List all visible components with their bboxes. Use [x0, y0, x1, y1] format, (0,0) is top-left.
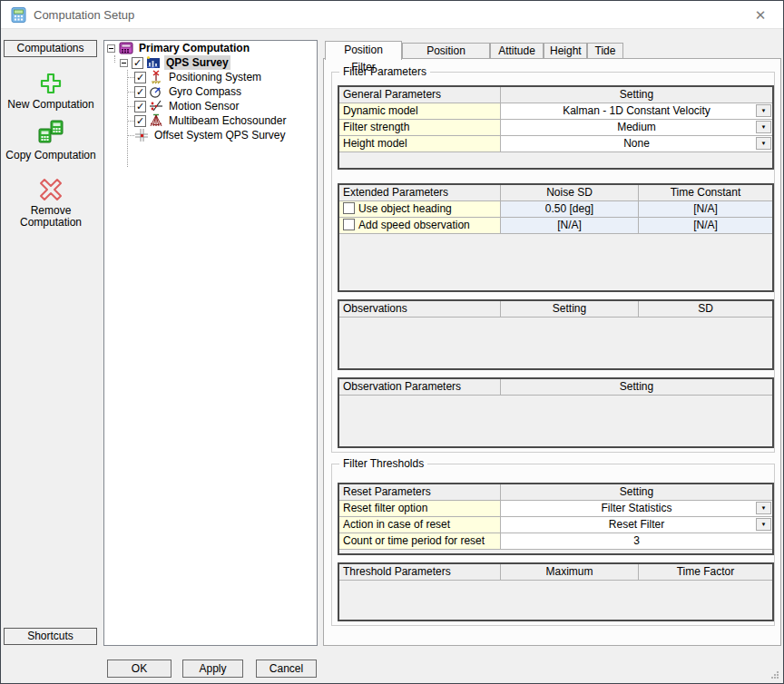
- observation-parameters-table: Observation Parameters Setting: [338, 377, 774, 448]
- tab-attitude[interactable]: Attitude: [490, 43, 544, 59]
- dynamic-model-dropdown[interactable]: Kalman - 1D Constant Velocity ▼: [501, 103, 772, 120]
- dropdown-value: Kalman - 1D Constant Velocity: [563, 104, 710, 117]
- tree-item-motion-sensor[interactable]: ✓ Motion Sensor: [134, 99, 240, 113]
- column-header: Setting: [501, 87, 772, 103]
- table-filler: [339, 396, 772, 446]
- reset-filter-option-dropdown[interactable]: Filter Statistics ▼: [501, 501, 772, 517]
- close-icon[interactable]: ✕: [745, 5, 776, 26]
- chevron-down-icon[interactable]: ▼: [756, 518, 771, 531]
- vessel-survey-icon: [146, 55, 161, 70]
- add-speed-observation-cell: Add speed observation: [339, 218, 501, 234]
- chevron-down-icon[interactable]: ▼: [756, 104, 771, 117]
- new-computation-plus-icon: [37, 72, 64, 97]
- qps-survey-checkbox[interactable]: ✓: [132, 57, 143, 69]
- copy-computation-button[interactable]: Copy Computation: [1, 119, 101, 161]
- tree-item-multibeam-echosounder[interactable]: ✓ Multibeam Echosounder: [134, 113, 288, 128]
- multibeam-echosounder-icon: [149, 113, 163, 128]
- tree-label-positioning-system: Positioning System: [167, 70, 263, 84]
- reset-parameters-table: Reset Parameters Setting Reset filter op…: [338, 483, 774, 555]
- table-filler: [339, 550, 772, 553]
- param-label: Reset filter option: [339, 501, 501, 517]
- param-label: Action in case of reset: [339, 517, 501, 533]
- apply-button[interactable]: Apply: [182, 660, 243, 678]
- copy-computation-label: Copy Computation: [1, 150, 101, 161]
- tree-label-primary-computation: Primary Computation: [137, 41, 251, 55]
- table-row: Dynamic model Kalman - 1D Constant Veloc…: [339, 103, 772, 120]
- table-row: Filter strength Medium ▼: [339, 120, 772, 136]
- tree-connector: [127, 70, 128, 167]
- column-header: Setting: [501, 379, 772, 396]
- dropdown-value: Filter Statistics: [601, 502, 671, 514]
- table-row: Add speed observation [N/A] [N/A]: [339, 218, 772, 234]
- tab-position-results[interactable]: Position Results: [402, 43, 490, 59]
- new-computation-label: New Computation: [1, 99, 101, 111]
- computations-panel-button[interactable]: Computations: [4, 40, 97, 57]
- tree-item-offset-system[interactable]: Offset System QPS Survey: [134, 128, 288, 142]
- table-row: Use object heading 0.50 [deg] [N/A]: [339, 201, 772, 218]
- remove-computation-cross-icon: [37, 176, 64, 203]
- tree-label-multibeam-echosounder: Multibeam Echosounder: [167, 113, 288, 128]
- tree-item-primary-computation[interactable]: Primary Computation: [107, 41, 251, 55]
- positioning-system-checkbox[interactable]: ✓: [134, 72, 146, 83]
- table-row: Count or time period for reset 3: [339, 533, 772, 550]
- cancel-button[interactable]: Cancel: [256, 660, 317, 678]
- remove-computation-button[interactable]: Remove Computation: [1, 176, 101, 229]
- threshold-parameters-table: Threshold Parameters Maximum Time Factor: [338, 562, 774, 621]
- table-row: Height model None ▼: [339, 136, 772, 152]
- resize-grip[interactable]: [771, 671, 779, 679]
- computation-tree: Primary Computation ✓ QPS Survey ✓: [103, 40, 318, 646]
- tree-label-qps-survey: QPS Survey: [164, 55, 230, 70]
- shortcuts-panel-button[interactable]: Shortcuts: [4, 628, 97, 645]
- add-speed-observation-checkbox[interactable]: [343, 219, 355, 230]
- filter-strength-dropdown[interactable]: Medium ▼: [501, 120, 772, 136]
- calculator-app-icon: [11, 7, 26, 23]
- chevron-down-icon[interactable]: ▼: [756, 121, 771, 133]
- param-label: Add speed observation: [358, 219, 470, 231]
- computation-calculator-icon: [119, 41, 133, 55]
- collapse-expander-icon[interactable]: [107, 44, 115, 53]
- multibeam-echosounder-checkbox[interactable]: ✓: [134, 115, 146, 127]
- motion-sensor-icon: [149, 99, 163, 113]
- tab-height[interactable]: Height: [544, 43, 587, 59]
- table-header-row: General Parameters Setting: [339, 87, 772, 103]
- column-header: Observation Parameters: [339, 379, 501, 396]
- tree-item-positioning-system[interactable]: ✓ Positioning System: [134, 70, 263, 84]
- chevron-down-icon[interactable]: ▼: [756, 137, 771, 150]
- table-header-row: Extended Parameters Noise SD Time Consta…: [339, 185, 772, 201]
- tree-label-offset-system: Offset System QPS Survey: [152, 128, 288, 142]
- action-in-case-of-reset-dropdown[interactable]: Reset Filter ▼: [501, 517, 772, 533]
- motion-sensor-checkbox[interactable]: ✓: [134, 101, 146, 112]
- column-header: Noise SD: [501, 185, 639, 201]
- new-computation-button[interactable]: New Computation: [1, 72, 101, 111]
- tree-item-gyro-compass[interactable]: ✓ Gyro Compass: [134, 84, 243, 99]
- gyro-compass-checkbox[interactable]: ✓: [134, 86, 146, 98]
- time-constant-value: [N/A]: [639, 218, 772, 234]
- tab-tide[interactable]: Tide: [587, 43, 623, 59]
- remove-computation-label-line2: Computation: [1, 217, 101, 229]
- column-header: Time Factor: [639, 564, 772, 581]
- tab-position-filter[interactable]: Position Filter: [325, 41, 402, 60]
- noise-sd-value[interactable]: 0.50 [deg]: [501, 201, 639, 218]
- table-filler: [339, 581, 772, 620]
- collapse-expander-icon[interactable]: [120, 59, 128, 67]
- ok-button[interactable]: OK: [107, 660, 172, 678]
- count-or-time-period-field[interactable]: 3: [501, 533, 772, 550]
- column-header: Time Constant: [639, 185, 772, 201]
- param-label: Use object heading: [358, 202, 452, 215]
- general-parameters-table: General Parameters Setting Dynamic model…: [338, 85, 774, 170]
- column-header: Setting: [501, 484, 772, 501]
- chevron-down-icon[interactable]: ▼: [756, 502, 771, 514]
- column-header: Threshold Parameters: [339, 564, 501, 581]
- tree-label-motion-sensor: Motion Sensor: [167, 99, 240, 113]
- noise-sd-value: [N/A]: [501, 218, 639, 234]
- tree-item-qps-survey[interactable]: ✓ QPS Survey: [120, 55, 230, 70]
- tree-connector: [127, 106, 134, 107]
- param-label: Filter strength: [339, 120, 501, 136]
- copy-computation-calculators-icon: [35, 119, 66, 148]
- use-object-heading-checkbox[interactable]: [343, 202, 355, 214]
- column-header: Observations: [339, 301, 501, 318]
- window-title: Computation Setup: [34, 8, 134, 22]
- height-model-dropdown[interactable]: None ▼: [501, 136, 772, 152]
- filter-thresholds-group-label: Filter Thresholds: [339, 457, 427, 470]
- computation-setup-dialog: Computation Setup ✕ Computations New Com…: [0, 0, 784, 684]
